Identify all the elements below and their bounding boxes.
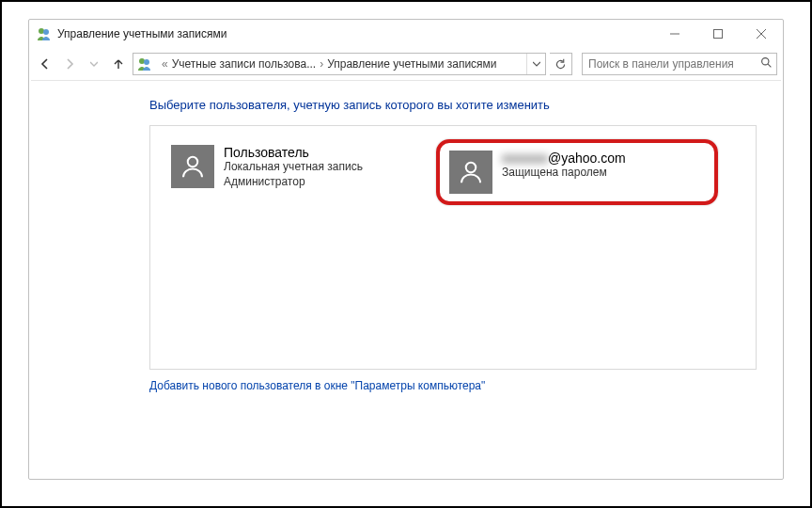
add-user-link[interactable]: Добавить нового пользователя в окне "Пар… (149, 379, 757, 392)
svg-rect-3 (714, 30, 723, 39)
svg-point-8 (761, 58, 768, 65)
account-name: xxxxxxx@yahoo.com (502, 151, 626, 166)
chevron-right-icon: › (320, 57, 323, 71)
page-heading: Выберите пользователя, учетную запись ко… (149, 98, 757, 112)
nav-back-button[interactable] (35, 54, 55, 74)
search-input[interactable] (583, 56, 756, 71)
window-title: Управление учетными записями (57, 27, 226, 40)
avatar-icon (449, 151, 492, 194)
content-area: Выберите пользователя, учетную запись ко… (29, 81, 783, 479)
titlebar: Управление учетными записями (29, 20, 783, 48)
account-email-local: xxxxxxx (502, 151, 548, 166)
users-small-icon (137, 56, 152, 71)
nav-forward-button[interactable] (59, 54, 80, 74)
svg-point-10 (188, 157, 198, 167)
account-type: Локальная учетная запись (224, 160, 363, 175)
nav-up-button[interactable] (108, 54, 129, 74)
svg-point-1 (43, 29, 49, 35)
account-status: Защищена паролем (502, 166, 626, 181)
svg-point-6 (139, 58, 145, 64)
search-box[interactable] (582, 53, 777, 75)
account-item-microsoft[interactable]: xxxxxxx@yahoo.com Защищена паролем (436, 139, 718, 205)
avatar-icon (171, 145, 214, 188)
svg-point-11 (466, 163, 476, 173)
accounts-panel: Пользователь Локальная учетная запись Ад… (149, 125, 757, 370)
account-email-domain: @yahoo.com (548, 151, 626, 166)
svg-line-9 (768, 64, 771, 67)
close-button[interactable] (740, 20, 783, 48)
address-dropdown-button[interactable] (526, 54, 545, 74)
breadcrumb-prefix: « (162, 57, 168, 71)
minimize-button[interactable] (653, 20, 696, 48)
account-name: Пользователь (224, 145, 363, 160)
nav-row: « Учетные записи пользова... › Управлени… (29, 48, 783, 80)
search-icon[interactable] (756, 56, 776, 71)
account-role: Администратор (224, 175, 363, 190)
refresh-button[interactable] (550, 53, 572, 75)
breadcrumb-2[interactable]: Управление учетными записями (327, 57, 496, 71)
svg-point-7 (144, 59, 149, 65)
address-bar[interactable]: « Учетные записи пользова... › Управлени… (133, 53, 546, 75)
breadcrumb-1[interactable]: Учетные записи пользова... (172, 57, 316, 71)
control-panel-window: Управление учетными записями « (28, 19, 784, 480)
maximize-button[interactable] (696, 20, 740, 48)
account-item-local[interactable]: Пользователь Локальная учетная запись Ад… (165, 139, 429, 195)
users-icon (37, 26, 52, 41)
recent-locations-button[interactable] (84, 54, 104, 74)
svg-point-0 (39, 28, 44, 34)
